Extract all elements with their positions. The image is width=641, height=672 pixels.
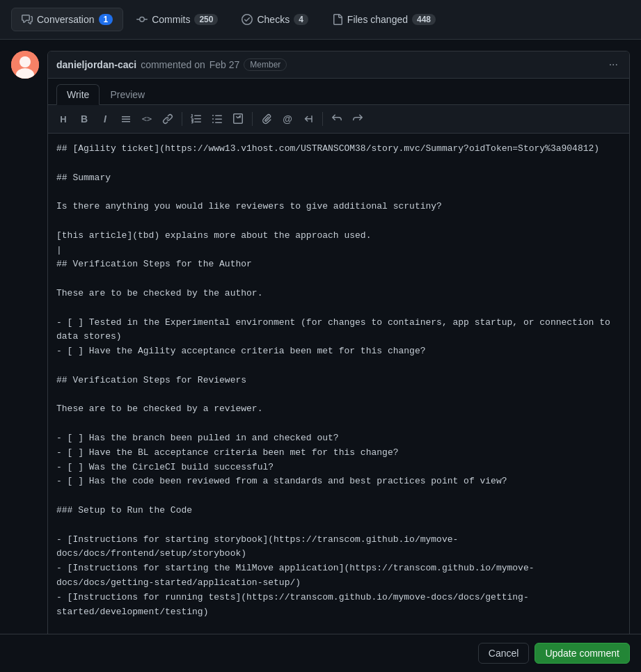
commits-icon <box>136 14 148 25</box>
tab-conversation-label: Conversation <box>37 14 95 25</box>
toolbar-bold-btn[interactable]: B <box>74 109 94 129</box>
tab-files-label: Files changed <box>347 14 408 25</box>
tab-checks[interactable]: Checks 4 <box>231 8 318 31</box>
svg-point-1 <box>19 56 31 67</box>
toolbar-ordered-list-btn[interactable] <box>187 109 206 129</box>
toolbar-italic-btn[interactable]: I <box>95 109 115 129</box>
checks-icon <box>242 14 253 25</box>
tab-files-badge: 448 <box>412 14 436 25</box>
toolbar-mention-btn[interactable]: @ <box>278 109 297 129</box>
commenter-username: danieljordan-caci <box>56 59 136 70</box>
more-dots: ··· <box>609 58 618 71</box>
toolbar-divider-2 <box>252 112 253 126</box>
comment-body: danieljordan-caci commented on Feb 27 Me… <box>47 51 630 642</box>
toolbar-heading-btn[interactable]: H <box>54 109 73 129</box>
comment-header-right: ··· <box>606 57 621 72</box>
toolbar-divider-3 <box>322 112 323 126</box>
cancel-button[interactable]: Cancel <box>478 643 530 664</box>
toolbar-list-btn[interactable] <box>116 109 136 129</box>
comment-action-text: commented on <box>141 59 205 70</box>
toolbar-unordered-list-btn[interactable] <box>207 109 227 129</box>
toolbar-undo-btn[interactable] <box>327 109 347 129</box>
comment-editor[interactable]: ## [Agility ticket](https://www13.v1host… <box>48 134 629 641</box>
toolbar-divider-1 <box>182 112 182 126</box>
comment-header: danieljordan-caci commented on Feb 27 Me… <box>48 51 629 79</box>
conversation-icon <box>22 14 33 25</box>
tab-files[interactable]: Files changed 448 <box>322 8 446 31</box>
more-options-button[interactable]: ··· <box>606 57 621 72</box>
member-badge: Member <box>244 58 287 71</box>
files-icon <box>332 14 343 25</box>
toolbar-attachment-btn[interactable] <box>257 109 276 129</box>
tab-commits[interactable]: Commits 250 <box>126 8 228 31</box>
tab-write[interactable]: Write <box>56 84 100 105</box>
comment-date: Feb 27 <box>209 59 240 70</box>
editor-tabs: Write Preview <box>48 79 629 105</box>
bottom-action-bar: Cancel Update comment <box>0 634 641 672</box>
toolbar-cross-reference-btn[interactable] <box>299 109 318 129</box>
toolbar-link-btn[interactable] <box>158 109 177 129</box>
tab-checks-label: Checks <box>257 14 290 25</box>
avatar <box>11 51 39 79</box>
update-comment-button[interactable]: Update comment <box>535 643 630 664</box>
comment-header-left: danieljordan-caci commented on Feb 27 Me… <box>56 58 287 71</box>
editor-toolbar: H B I <> <box>48 105 629 134</box>
main-content: danieljordan-caci commented on Feb 27 Me… <box>0 40 641 653</box>
comment-block: danieljordan-caci commented on Feb 27 Me… <box>11 51 630 642</box>
tab-checks-badge: 4 <box>294 14 308 25</box>
tab-conversation[interactable]: Conversation 1 <box>11 8 123 31</box>
top-nav: Conversation 1 Commits 250 Checks 4 File… <box>0 0 641 40</box>
editor-tab-group: Write Preview <box>56 84 155 104</box>
tab-commits-badge: 250 <box>194 14 218 25</box>
tab-commits-label: Commits <box>152 14 190 25</box>
tab-preview[interactable]: Preview <box>100 84 155 105</box>
toolbar-code-btn[interactable]: <> <box>137 109 157 129</box>
toolbar-redo-btn[interactable] <box>348 109 367 129</box>
toolbar-task-list-btn[interactable] <box>228 109 248 129</box>
tab-conversation-badge: 1 <box>99 14 113 25</box>
